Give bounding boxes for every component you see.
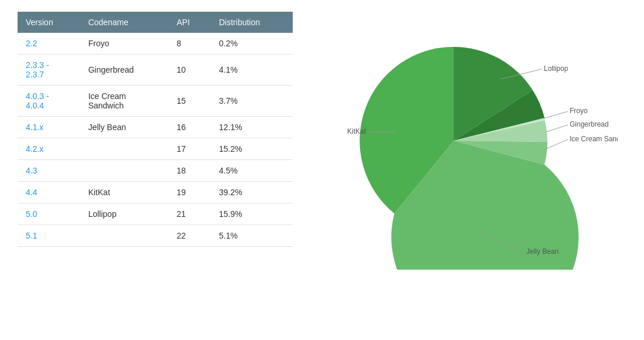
ics-label-line (544, 140, 568, 149)
dist-cell: 15.2% (211, 138, 293, 160)
gingerbread-label: Gingerbread (570, 120, 609, 128)
api-cell: 22 (169, 225, 211, 247)
api-cell: 16 (169, 117, 211, 138)
pie-chart-svg: KitKat Lollipop Froyo Gingerbread Ice Cr… (325, 18, 618, 270)
table-row: 4.4 KitKat 19 39.2% (18, 182, 293, 203)
api-cell: 8 (169, 33, 211, 55)
table-row: 4.1.x Jelly Bean 16 12.1% (18, 117, 293, 138)
api-cell: 15 (169, 86, 211, 117)
version-link[interactable]: 4.4 (26, 188, 37, 197)
table-row: 2.3.3 -2.3.7 Gingerbread 10 4.1% (18, 55, 293, 86)
pie-chart-panel: KitKat Lollipop Froyo Gingerbread Ice Cr… (316, 12, 626, 264)
codename-cell: Lollipop (80, 203, 169, 225)
jellybean-label: Jelly Bean (526, 247, 559, 256)
col-header-distribution: Distribution (211, 12, 293, 33)
pie-segments (359, 47, 578, 270)
version-link[interactable]: 5.0 (26, 209, 37, 219)
codename-cell: KitKat (80, 182, 169, 203)
codename-cell: Froyo (80, 33, 169, 55)
codename-cell: Ice CreamSandwich (80, 86, 169, 117)
table-row: 4.2.x 17 15.2% (18, 138, 293, 160)
table-row: 2.2 Froyo 8 0.2% (18, 33, 293, 55)
dist-cell: 0.2% (211, 33, 293, 55)
version-link[interactable]: 4.1.x (26, 123, 43, 132)
codename-cell (80, 160, 169, 182)
dist-cell: 15.9% (211, 203, 293, 225)
codename-cell: Jelly Bean (80, 117, 169, 138)
codename-cell (80, 138, 169, 160)
api-cell: 19 (169, 182, 211, 203)
api-cell: 17 (169, 138, 211, 160)
col-header-api: API (169, 12, 211, 33)
kitkat-label: KitKat (347, 127, 366, 135)
froyo-label: Froyo (570, 107, 588, 115)
api-cell: 21 (169, 203, 211, 225)
version-link[interactable]: 2.3.3 -2.3.7 (26, 60, 49, 79)
table-row: 4.3 18 4.5% (18, 160, 293, 182)
dist-cell: 3.7% (211, 86, 293, 117)
table-row: 5.1 22 5.1% (18, 225, 293, 247)
codename-cell: Gingerbread (80, 55, 169, 86)
dist-cell: 4.5% (211, 160, 293, 182)
api-cell: 18 (169, 160, 211, 182)
version-link[interactable]: 5.1 (26, 231, 37, 240)
version-link[interactable]: 2.2 (26, 39, 37, 48)
api-cell: 10 (169, 55, 211, 86)
gingerbread-label-line (546, 125, 568, 132)
dist-cell: 5.1% (211, 225, 293, 247)
android-versions-table: Version Codename API Distribution 2.2 Fr… (18, 12, 293, 247)
dist-cell: 12.1% (211, 117, 293, 138)
froyo-label-line (544, 111, 568, 118)
codename-cell (80, 225, 169, 247)
ics-label: Ice Cream Sandwich (570, 135, 618, 143)
lollipop-label: Lollipop (544, 64, 568, 73)
col-header-version: Version (18, 12, 80, 33)
dist-cell: 4.1% (211, 55, 293, 86)
dist-cell: 39.2% (211, 182, 293, 203)
data-table-panel: Version Codename API Distribution 2.2 Fr… (18, 12, 293, 247)
version-link[interactable]: 4.2.x (26, 144, 43, 154)
table-header-row: Version Codename API Distribution (18, 12, 293, 33)
version-link[interactable]: 4.0.3 -4.0.4 (26, 91, 49, 110)
version-link[interactable]: 4.3 (26, 166, 37, 175)
pie-chart-container: KitKat Lollipop Froyo Gingerbread Ice Cr… (325, 18, 618, 264)
col-header-codename: Codename (80, 12, 169, 33)
table-row: 4.0.3 -4.0.4 Ice CreamSandwich 15 3.7% (18, 86, 293, 117)
table-row: 5.0 Lollipop 21 15.9% (18, 203, 293, 225)
